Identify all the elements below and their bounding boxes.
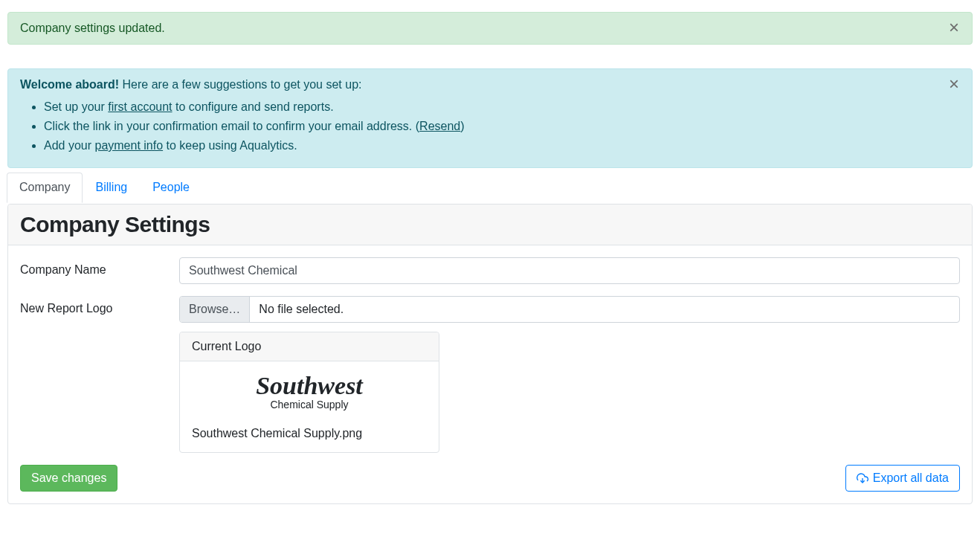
company-name-label: Company Name bbox=[20, 257, 179, 284]
settings-panel: Company Settings Company Name New Report… bbox=[7, 204, 973, 504]
payment-info-link[interactable]: payment info bbox=[94, 139, 163, 152]
first-account-link[interactable]: first account bbox=[108, 100, 172, 113]
welcome-bold: Welcome aboard! bbox=[20, 78, 119, 91]
new-logo-label: New Report Logo bbox=[20, 296, 179, 453]
suggestion-item: Set up your first account to configure a… bbox=[44, 97, 957, 117]
logo-preview: Southwest Chemical Supply bbox=[192, 370, 427, 418]
browse-button[interactable]: Browse… bbox=[180, 297, 250, 322]
close-icon: × bbox=[949, 74, 959, 94]
tabs: Company Billing People bbox=[7, 173, 202, 203]
file-input[interactable]: Browse… No file selected. bbox=[179, 296, 960, 323]
close-welcome-alert-button[interactable]: × bbox=[945, 75, 963, 93]
welcome-lead: Here are a few suggestions to get you se… bbox=[119, 78, 361, 91]
save-changes-button[interactable]: Save changes bbox=[20, 465, 117, 492]
tab-people[interactable]: People bbox=[140, 173, 202, 202]
cloud-download-icon bbox=[857, 472, 868, 484]
alert-welcome: × Welcome aboard! Here are a few suggest… bbox=[7, 68, 973, 168]
logo-text-sub: Chemical Supply bbox=[192, 399, 427, 410]
close-icon: × bbox=[949, 17, 959, 37]
panel-header: Company Settings bbox=[8, 205, 972, 245]
logo-text-main: Southwest bbox=[192, 373, 427, 399]
page-title: Company Settings bbox=[20, 212, 960, 237]
welcome-suggestion-list: Set up your first account to configure a… bbox=[20, 97, 957, 155]
suggestion-item: Add your payment info to keep using Aqua… bbox=[44, 136, 957, 155]
company-name-input[interactable] bbox=[179, 257, 960, 284]
export-all-data-button[interactable]: Export all data bbox=[845, 465, 960, 492]
suggestion-item: Click the link in your confirmation emai… bbox=[44, 117, 957, 136]
export-button-label: Export all data bbox=[873, 471, 949, 485]
welcome-heading: Welcome aboard! Here are a few suggestio… bbox=[20, 78, 957, 91]
tab-company[interactable]: Company bbox=[7, 173, 83, 203]
alert-success-text: Company settings updated. bbox=[20, 22, 165, 34]
close-success-alert-button[interactable]: × bbox=[945, 19, 963, 36]
current-logo-card: Current Logo Southwest Chemical Supply S… bbox=[179, 332, 439, 453]
tab-billing[interactable]: Billing bbox=[83, 173, 140, 202]
alert-success: Company settings updated. × bbox=[7, 12, 973, 45]
logo-filename: Southwest Chemical Supply.png bbox=[192, 427, 427, 440]
resend-link[interactable]: Resend bbox=[419, 120, 460, 132]
current-logo-header: Current Logo bbox=[180, 332, 439, 361]
file-status: No file selected. bbox=[250, 297, 959, 322]
